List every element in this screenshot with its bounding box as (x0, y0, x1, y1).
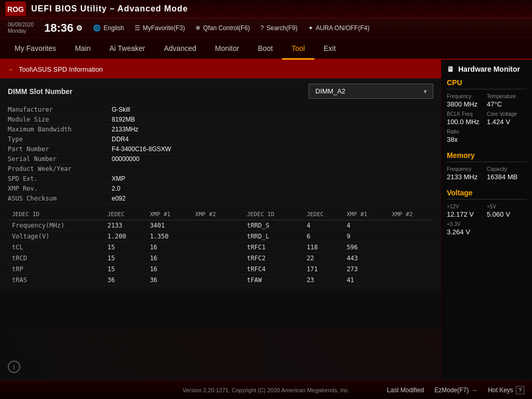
aura-label: AURA ON/OFF(F4) (316, 24, 369, 32)
search-button[interactable]: ? Search(F9) (260, 24, 298, 32)
nav-boot[interactable]: Boot (248, 38, 282, 60)
v5-value: 5.060 V (487, 210, 527, 218)
voltage-5v: +5V 5.060 V (487, 204, 527, 218)
th-param-right: JEDEC ID (236, 209, 302, 220)
date-label: 06/08/2020 (8, 22, 34, 28)
th-xmp1-right: XMP #1 (342, 209, 388, 220)
nav-main[interactable]: Main (65, 38, 100, 60)
th-xmp2-left: XMP #2 (191, 209, 236, 220)
cpu-voltage-value: 1.424 V (487, 118, 527, 126)
cpu-bclk-label: BCLK Freq (447, 111, 487, 117)
spd-info-table: Manufacturer G-Skill Module Size 8192MB … (8, 105, 433, 204)
v12-v5-row: +12V 12.172 V +5V 5.060 V (447, 204, 527, 218)
voltage-section-title: Voltage (447, 189, 527, 200)
cpu-section: CPU Frequency 3800 MHz Temperature 47°C … (447, 78, 527, 143)
info-manufacturer: Manufacturer G-Skill (8, 105, 433, 115)
nav-my-favorites[interactable]: My Favorites (5, 38, 65, 60)
language-icon: 🌐 (93, 24, 101, 32)
mem-cap-label: Capacity (487, 166, 527, 172)
ezmode-button[interactable]: EzMode(F7) → (434, 387, 477, 394)
cpu-temp-value: 47°C (487, 100, 527, 108)
v33-row: +3.3V 3.264 V (447, 221, 527, 236)
footer: Version 2.20.1271. Copyright (C) 2020 Am… (0, 381, 532, 399)
settings-icon[interactable]: ⚙ (76, 24, 83, 32)
hotkeys-icon: ? (516, 386, 524, 394)
info-module-size: Module Size 8192MB (8, 115, 433, 125)
v12-value: 12.172 V (447, 210, 487, 218)
cpu-freq-temp-row: Frequency 3800 MHz Temperature 47°C (447, 94, 527, 108)
search-icon: ? (260, 24, 264, 32)
search-label: Search(F9) (267, 24, 298, 32)
hotkeys-label: Hot Keys (488, 387, 513, 394)
cpu-ratio: Ratio 38x (447, 129, 527, 143)
nav-ai-tweaker[interactable]: Ai Tweaker (100, 38, 154, 60)
cpu-section-title: CPU (447, 78, 527, 89)
language-label: English (103, 24, 124, 32)
v33-value: 3.264 V (447, 228, 527, 236)
hardware-monitor-sidebar: 🖥 Hardware Monitor CPU Frequency 3800 MH… (441, 60, 532, 381)
voltage-section: Voltage +12V 12.172 V +5V 5.060 V +3.3V … (447, 189, 527, 236)
mem-freq-cap-row: Frequency 2133 MHz Capacity 16384 MB (447, 166, 527, 181)
v33-label: +3.3V (447, 221, 527, 227)
cpu-ratio-label: Ratio (447, 129, 527, 135)
table-row: Voltage(V) 1.200 1.350 tRRD_L 6 9 (8, 231, 433, 242)
memory-section-title: Memory (447, 151, 527, 162)
cpu-ratio-value: 38x (447, 136, 527, 143)
cpu-ratio-row: Ratio 38x (447, 129, 527, 143)
breadcrumb-path: Tool\ASUS SPD Information (19, 65, 103, 73)
nav-advanced[interactable]: Advanced (154, 38, 205, 60)
nav-monitor[interactable]: Monitor (206, 38, 249, 60)
mem-freq-value: 2133 MHz (447, 173, 487, 181)
nav-tool[interactable]: Tool (282, 38, 314, 60)
cpu-temp-label: Temperature (487, 94, 527, 99)
header: ROG UEFI BIOS Utility – Advanced Mode (0, 0, 532, 18)
info-asus-checksum: ASUS Checksum e092 (8, 194, 433, 204)
table-row: tRCD 15 16 tRFC2 22 443 (8, 253, 433, 264)
info-product-week-year: Product Week/Year (8, 164, 433, 174)
spd-header: DIMM Slot Number DIMM_A1 DIMM_A2 DIMM_B1… (8, 84, 433, 99)
mem-frequency: Frequency 2133 MHz (447, 166, 487, 181)
myfavorite-button[interactable]: ☰ MyFavorite(F3) (135, 24, 185, 32)
dimm-slot-title: DIMM Slot Number (8, 87, 72, 96)
info-icon[interactable]: i (8, 361, 20, 373)
dimm-slot-select[interactable]: DIMM_A1 DIMM_A2 DIMM_B1 DIMM_B2 (309, 84, 433, 99)
cpu-core-voltage: Core Voltage 1.424 V (487, 111, 527, 126)
version-text: Version 2.20.1271. Copyright (C) 2020 Am… (182, 387, 350, 393)
aura-icon: ✦ (308, 24, 313, 32)
th-jedec-left: JEDEC (103, 209, 146, 220)
info-part-number: Part Number F4-3400C16-8GSXW (8, 144, 433, 154)
cpu-freq-value: 3800 MHz (447, 100, 487, 108)
memory-section: Memory Frequency 2133 MHz Capacity 16384… (447, 151, 527, 181)
table-row: tCL 15 16 tRFC1 118 596 (8, 242, 433, 253)
mem-freq-label: Frequency (447, 166, 487, 172)
time-display: 18:36 ⚙ (44, 21, 83, 35)
th-param-left: JEDEC ID (8, 209, 103, 220)
day-label: Monday (8, 28, 34, 34)
mem-cap-value: 16384 MB (487, 173, 527, 181)
info-max-bandwidth: Maximum Bandwidth 2133MHz (8, 125, 433, 135)
monitor-icon: 🖥 (447, 65, 454, 73)
myfavorite-label: MyFavorite(F3) (143, 24, 185, 32)
cpu-bclk-voltage-row: BCLK Freq 100.0 MHz Core Voltage 1.424 V (447, 111, 527, 126)
toolbar: 06/08/2020 Monday 18:36 ⚙ 🌐 English ☰ My… (0, 18, 532, 38)
qfan-button[interactable]: ❄ Qfan Control(F6) (195, 24, 250, 32)
hardware-monitor-title: 🖥 Hardware Monitor (447, 65, 527, 73)
datetime-display: 06/08/2020 Monday (8, 22, 34, 34)
ezmode-label: EzMode(F7) (434, 387, 469, 394)
voltage-12v: +12V 12.172 V (447, 204, 487, 218)
content-area: ← Tool\ASUS SPD Information DIMM Slot Nu… (0, 60, 441, 381)
th-xmp1-left: XMP #1 (145, 209, 191, 220)
last-modified-button[interactable]: Last Modified (387, 387, 424, 394)
info-spd-ext: SPD Ext. XMP (8, 174, 433, 184)
spd-content: DIMM Slot Number DIMM_A1 DIMM_A2 DIMM_B1… (0, 78, 441, 291)
cpu-freq-label: Frequency (447, 94, 487, 99)
aura-button[interactable]: ✦ AURA ON/OFF(F4) (308, 24, 369, 32)
language-selector[interactable]: 🌐 English (93, 24, 124, 32)
cpu-bclk: BCLK Freq 100.0 MHz (447, 111, 487, 126)
qfan-label: Qfan Control(F6) (203, 24, 250, 32)
back-icon[interactable]: ← (8, 65, 15, 73)
breadcrumb: ← Tool\ASUS SPD Information (0, 60, 441, 78)
nav-exit[interactable]: Exit (314, 38, 345, 60)
header-title: UEFI BIOS Utility – Advanced Mode (31, 4, 188, 14)
hotkeys-button[interactable]: Hot Keys ? (488, 386, 524, 394)
